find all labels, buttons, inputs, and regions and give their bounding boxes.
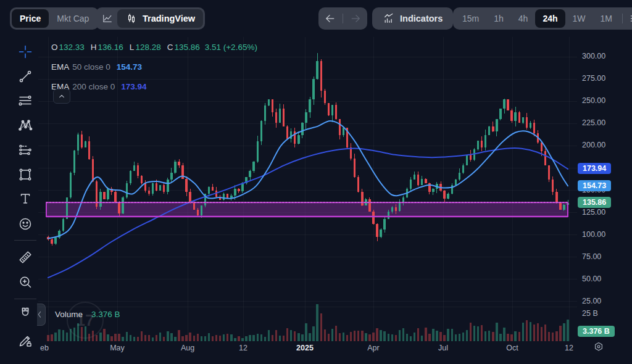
arrow-left-icon — [324, 12, 336, 25]
time-tick: eb — [40, 344, 49, 352]
ohlc-value: 135.86 — [174, 43, 199, 52]
forward-button[interactable] — [346, 9, 365, 28]
magnet-icon — [18, 306, 33, 321]
chart-settings-button[interactable] — [625, 9, 632, 28]
divider — [622, 14, 623, 23]
volume-value: 3.376 B — [91, 310, 120, 319]
mktcap-tab[interactable]: Mkt Cap — [49, 9, 97, 28]
trend-line-icon — [18, 69, 33, 84]
ohlc-key: H — [91, 43, 97, 52]
time-tick: Oct — [506, 344, 518, 352]
ohlc-value: 132.33 — [59, 43, 85, 52]
time-tick: 2025 — [296, 344, 314, 352]
ohlc-value: 128.28 — [135, 43, 160, 52]
ema-50-legend-row[interactable]: EMA50 close 0154.73 — [51, 60, 142, 73]
chevron-up-icon — [56, 90, 68, 102]
ohlc-legend: O132.33H136.16L128.28C135.863.51 (+2.65%… — [51, 41, 257, 53]
rectangle-icon — [18, 167, 33, 182]
ema-params: 50 close 0 — [72, 62, 110, 72]
xabcd-pattern-tool[interactable] — [17, 117, 33, 133]
back-button[interactable] — [320, 9, 340, 28]
line-chart-button[interactable] — [98, 9, 117, 28]
volume-label: Volume — [55, 310, 83, 319]
rectangle-tool[interactable] — [17, 167, 33, 183]
timeframe-1M[interactable]: 1M — [593, 9, 620, 28]
candlestick-icon — [125, 12, 138, 25]
text-icon — [18, 191, 33, 206]
forecast-tool[interactable] — [17, 142, 33, 158]
ohlc-key: C — [167, 43, 173, 52]
ema-value: 173.94 — [121, 82, 146, 91]
timeframe-4h[interactable]: 4h — [511, 9, 536, 28]
price-change: 3.51 (+2.65%) — [205, 43, 257, 52]
line-chart-icon — [101, 12, 114, 25]
ohlc-key: O — [51, 43, 58, 52]
trend-line-tool[interactable] — [17, 68, 33, 85]
time-tick: May — [110, 344, 125, 352]
time-tick: Apr — [367, 344, 379, 352]
timeframe-1h[interactable]: 1h — [486, 9, 511, 28]
emoji-icon — [18, 217, 33, 231]
emoji-tool[interactable] — [17, 216, 33, 232]
time-tick: 12 — [239, 344, 247, 352]
sidebar-divider — [14, 240, 36, 241]
volume-legend: Volume 3.376 B — [55, 310, 120, 319]
indicators-button[interactable]: Indicators — [374, 7, 451, 30]
nav-history-group — [318, 7, 367, 30]
ema-title: EMA — [51, 62, 69, 72]
zoom-in-tool[interactable] — [17, 274, 33, 290]
forecast-icon — [18, 143, 33, 157]
pencil-lock-tool[interactable] — [17, 333, 33, 349]
crosshair-tool[interactable] — [17, 44, 33, 60]
gear-icon — [592, 341, 605, 354]
sliders-icon — [629, 12, 632, 25]
volume-badge: 3.376 B — [578, 326, 615, 337]
time-tick: Jul — [438, 344, 448, 352]
time-tick: Aug — [181, 344, 194, 352]
pane-settings-button[interactable] — [590, 339, 607, 356]
ruler-tool[interactable] — [17, 249, 33, 265]
price-mktcap-toggle: Price Mkt Cap — [10, 7, 99, 30]
chart-source-toggle: TradingView — [96, 7, 205, 30]
price-tab[interactable]: Price — [12, 9, 49, 28]
timeframe-group: 15m1h4h24h1W1M — [453, 7, 632, 30]
pencil-lock-icon — [18, 333, 33, 348]
ema-value: 154.73 — [117, 62, 142, 72]
trading-chart-app: Price Mkt Cap TradingView Indicators 15m… — [0, 0, 632, 364]
timeframe-24h[interactable]: 24h — [535, 9, 565, 28]
legend-collapse-button[interactable] — [53, 89, 70, 104]
tradingview-tab[interactable]: TradingView — [117, 9, 203, 28]
divider — [343, 14, 343, 23]
xabcd-pattern-icon — [18, 118, 33, 133]
ema50-line — [48, 121, 568, 239]
timeframe-15m[interactable]: 15m — [455, 9, 486, 28]
indicators-label: Indicators — [400, 14, 443, 23]
volume-tick: 25 B — [582, 309, 598, 318]
crosshair-icon — [18, 44, 33, 59]
zoom-in-icon — [18, 275, 33, 289]
magnet-tool[interactable] — [17, 305, 33, 321]
text-tool[interactable] — [17, 191, 33, 207]
indicators-group: Indicators — [372, 7, 453, 30]
tradingview-label: TradingView — [143, 14, 195, 23]
ohlc-value: 136.16 — [98, 43, 123, 52]
indicators-icon — [383, 12, 395, 25]
timeframe-1W[interactable]: 1W — [565, 9, 593, 28]
ohlc-key: L — [130, 43, 135, 52]
time-tick: 12 — [565, 344, 573, 352]
ruler-icon — [18, 250, 33, 265]
arrow-right-icon — [349, 12, 362, 25]
sidebar-divider — [14, 299, 36, 299]
ema-params: 200 close 0 — [72, 82, 115, 91]
horizontal-lines-icon — [18, 93, 33, 108]
horizontal-lines-tool[interactable] — [17, 93, 33, 109]
